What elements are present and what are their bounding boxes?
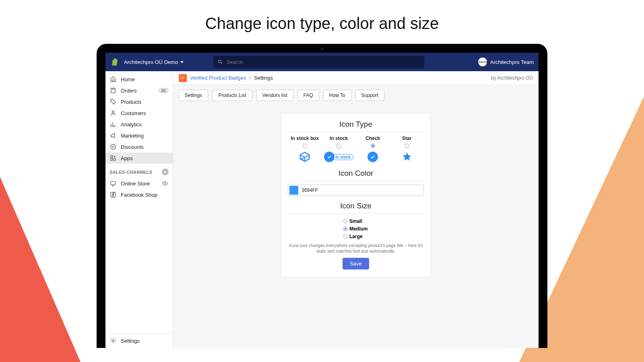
breadcrumb-current: Settings bbox=[254, 75, 273, 81]
avatar: Architechpro bbox=[478, 58, 487, 66]
home-icon bbox=[109, 76, 117, 83]
sidebar-item-apps[interactable]: Apps bbox=[105, 152, 173, 164]
sidebar-channel-online-store[interactable]: Online Store bbox=[105, 178, 173, 189]
svg-point-0 bbox=[219, 60, 221, 63]
svg-rect-11 bbox=[111, 181, 116, 185]
radio-icon[interactable] bbox=[343, 227, 347, 231]
sidebar-item-label: Home bbox=[121, 76, 169, 82]
sidebar-item-label: Orders bbox=[121, 88, 154, 94]
sidebar-item-label: Settings bbox=[121, 338, 169, 344]
tab-how-to[interactable]: How To bbox=[323, 90, 351, 101]
icon-type-label: In stock bbox=[330, 136, 348, 141]
sidebar-item-marketing[interactable]: Marketing bbox=[105, 130, 173, 141]
svg-rect-8 bbox=[111, 156, 113, 158]
icon-type-option-check[interactable]: Check bbox=[356, 136, 390, 163]
icon-size-label: Small bbox=[349, 218, 362, 224]
svg-point-7 bbox=[114, 147, 114, 148]
facebook-icon bbox=[109, 191, 117, 198]
app-byline: by Architechpro OÜ bbox=[491, 75, 533, 81]
icon-size-heading: Icon Size bbox=[288, 202, 424, 210]
sales-channels-header: SALES CHANNELS ＋ bbox=[105, 164, 173, 178]
search-input[interactable] bbox=[226, 59, 420, 65]
radio-icon[interactable] bbox=[371, 144, 375, 148]
camera-dot bbox=[321, 48, 323, 50]
tab-settings[interactable]: Settings bbox=[179, 90, 208, 101]
radio-icon[interactable] bbox=[343, 234, 347, 239]
tab-products-list[interactable]: Products List bbox=[212, 90, 252, 101]
sidebar-item-label: Products bbox=[121, 99, 169, 105]
svg-point-3 bbox=[111, 100, 112, 101]
sidebar-item-home[interactable]: Home bbox=[105, 74, 173, 85]
settings-card: Icon Type In stock box In s bbox=[281, 113, 431, 277]
sidebar-item-customers[interactable]: Customers bbox=[105, 107, 173, 119]
global-search[interactable] bbox=[213, 56, 424, 68]
decor-triangle-left bbox=[0, 177, 80, 362]
icon-type-option-star[interactable]: Star bbox=[390, 136, 424, 163]
add-channel-icon[interactable]: ＋ bbox=[162, 169, 169, 175]
sidebar-item-label: Customers bbox=[121, 110, 169, 116]
svg-rect-10 bbox=[111, 158, 113, 160]
topbar: Architechpro OÜ Demo Architechpro Archit… bbox=[105, 53, 539, 71]
breadcrumb-app-link[interactable]: Verified Product Badges bbox=[190, 75, 246, 81]
app-tabs: Settings Products List Vendors list FAQ … bbox=[173, 85, 539, 101]
icon-type-option-in-stock[interactable]: In stock in stock bbox=[322, 136, 356, 163]
svg-point-4 bbox=[112, 111, 114, 113]
icon-size-option-medium[interactable]: Medium bbox=[343, 225, 424, 232]
svg-line-1 bbox=[221, 63, 222, 64]
color-hex-value: 3694FF bbox=[301, 187, 318, 193]
in-stock-pill: in stock bbox=[332, 154, 353, 160]
page-headline: Change icon type, color and size bbox=[0, 14, 644, 33]
icon-type-heading: Icon Type bbox=[288, 120, 424, 129]
svg-point-6 bbox=[112, 146, 112, 146]
radio-icon[interactable] bbox=[343, 219, 347, 223]
user-menu[interactable]: Architechpro Architechpro Team bbox=[478, 58, 534, 66]
radio-icon[interactable] bbox=[405, 144, 409, 148]
discounts-icon bbox=[109, 143, 117, 150]
icon-size-label: Large bbox=[349, 234, 363, 239]
search-icon bbox=[217, 59, 223, 65]
caret-down-icon bbox=[180, 61, 184, 63]
icon-size-option-small[interactable]: Small bbox=[343, 217, 424, 225]
in-stock-box-preview-icon bbox=[299, 150, 311, 163]
svg-rect-9 bbox=[114, 158, 116, 160]
color-picker[interactable]: 3694FF bbox=[288, 185, 424, 196]
sidebar-channel-facebook-shop[interactable]: Facebook Shop bbox=[105, 189, 173, 200]
sidebar: Home Orders 36 Products bbox=[105, 71, 173, 348]
svg-point-14 bbox=[112, 340, 114, 341]
orders-badge: 36 bbox=[158, 88, 169, 93]
view-store-icon[interactable] bbox=[161, 180, 169, 187]
store-switcher[interactable]: Architechpro OÜ Demo bbox=[124, 59, 184, 65]
save-button[interactable]: Save bbox=[343, 258, 369, 269]
sidebar-item-orders[interactable]: Orders 36 bbox=[105, 85, 173, 96]
icon-type-option-in-stock-box[interactable]: In stock box bbox=[288, 136, 322, 163]
icon-size-option-large[interactable]: Large bbox=[343, 232, 424, 240]
sidebar-item-label: Analytics bbox=[121, 121, 169, 128]
tab-support[interactable]: Support bbox=[355, 90, 384, 101]
online-store-icon bbox=[109, 180, 117, 187]
main-content: Verified Product Badges / Settings by Ar… bbox=[173, 71, 539, 348]
svg-rect-2 bbox=[111, 88, 116, 93]
sidebar-settings[interactable]: Settings bbox=[105, 333, 173, 348]
icon-size-label: Medium bbox=[349, 226, 367, 232]
icon-type-label: In stock box bbox=[291, 136, 319, 141]
tab-vendors-list[interactable]: Vendors list bbox=[256, 90, 293, 101]
svg-point-12 bbox=[164, 183, 166, 184]
radio-icon[interactable] bbox=[336, 144, 341, 148]
sidebar-item-label: Marketing bbox=[121, 133, 169, 139]
orders-icon bbox=[109, 87, 117, 94]
star-preview-icon bbox=[402, 150, 412, 163]
sidebar-item-label: Apps bbox=[121, 155, 169, 161]
breadcrumb-sep: / bbox=[249, 75, 251, 81]
sidebar-item-label: Facebook Shop bbox=[121, 192, 169, 198]
color-swatch bbox=[289, 186, 298, 195]
icon-color-heading: Icon Color bbox=[288, 169, 424, 178]
marketing-icon bbox=[109, 132, 117, 139]
icon-type-label: Star bbox=[402, 136, 411, 141]
apps-icon bbox=[109, 154, 117, 162]
sidebar-item-products[interactable]: Products bbox=[105, 96, 173, 107]
sidebar-item-discounts[interactable]: Discounts bbox=[105, 141, 173, 152]
radio-icon[interactable] bbox=[303, 144, 307, 148]
sidebar-item-analytics[interactable]: Analytics bbox=[105, 119, 173, 130]
tab-faq[interactable]: FAQ bbox=[297, 90, 319, 101]
products-icon bbox=[109, 98, 117, 105]
